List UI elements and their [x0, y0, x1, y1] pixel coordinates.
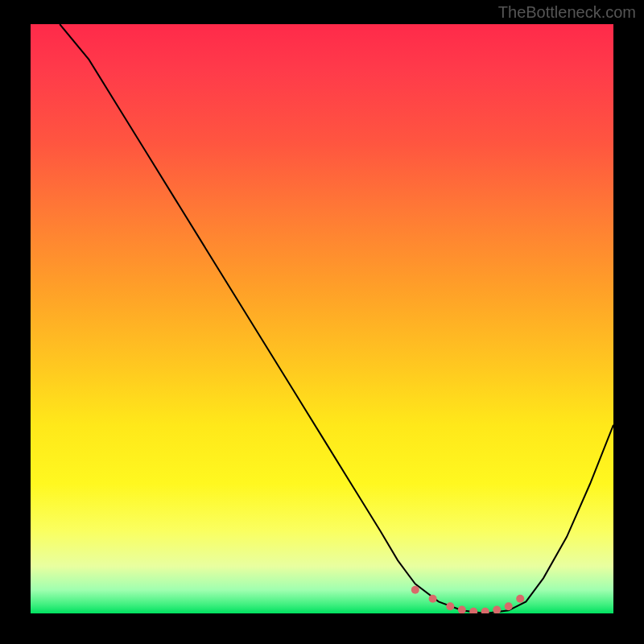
valley-marker	[516, 595, 524, 603]
valley-marker	[481, 608, 489, 613]
bottleneck-curve	[60, 24, 613, 613]
valley-marker	[446, 602, 454, 610]
valley-marker	[469, 608, 477, 613]
valley-marker	[429, 595, 437, 603]
watermark-text: TheBottleneck.com	[498, 3, 636, 22]
chart-svg	[31, 24, 613, 613]
valley-marker	[458, 606, 466, 613]
valley-marker	[493, 606, 501, 613]
valley-marker	[411, 586, 419, 594]
valley-markers-group	[411, 586, 524, 613]
valley-marker	[505, 602, 513, 610]
plot-area	[31, 24, 613, 613]
